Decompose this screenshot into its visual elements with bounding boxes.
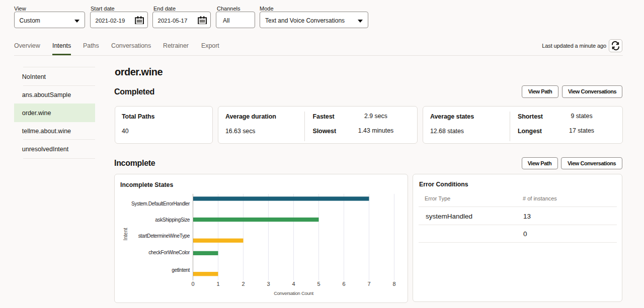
svg-text:8: 8 <box>392 281 395 287</box>
svg-text:getIntent: getIntent <box>172 267 190 273</box>
svg-text:3: 3 <box>267 281 270 287</box>
svg-text:1: 1 <box>216 281 219 287</box>
svg-text:6: 6 <box>342 281 345 287</box>
svg-text:startDetermineWineType: startDetermineWineType <box>138 233 190 239</box>
svg-text:askShippingSize: askShippingSize <box>155 217 190 223</box>
svg-text:2: 2 <box>242 281 245 287</box>
svg-text:checkForWineColor: checkForWineColor <box>148 250 190 255</box>
svg-text:0: 0 <box>191 281 194 287</box>
svg-text:5: 5 <box>317 281 320 287</box>
svg-text:4: 4 <box>292 281 295 287</box>
svg-text:System.DefaultErrorHandler: System.DefaultErrorHandler <box>131 201 190 207</box>
svg-text:Intent: Intent <box>123 228 128 240</box>
svg-text:7: 7 <box>367 281 370 287</box>
svg-text:Conversation Count: Conversation Count <box>274 290 313 296</box>
